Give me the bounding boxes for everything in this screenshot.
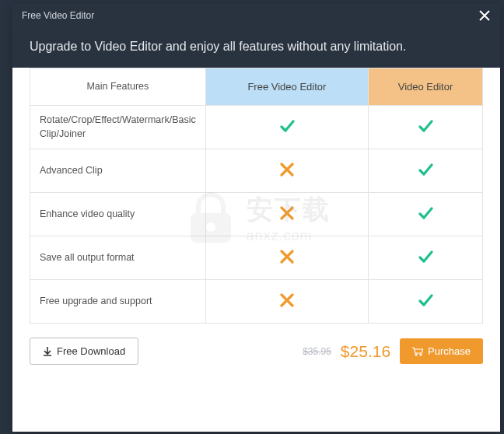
table-row: Enhance video quality <box>30 193 483 236</box>
table-row: Free upgrade and support <box>30 280 483 324</box>
purchase-label: Purchase <box>428 345 471 357</box>
new-price: $25.16 <box>341 342 390 361</box>
feature-yes <box>369 106 483 149</box>
check-icon <box>418 205 433 221</box>
header-subtitle: Upgrade to Video Editor and enjoy all fe… <box>30 40 406 53</box>
feature-no <box>205 149 368 193</box>
feature-table: Main Features Free Video Editor Video Ed… <box>30 68 483 324</box>
table-row: Advanced Clip <box>30 149 483 193</box>
feature-label: Save all output format <box>30 236 206 280</box>
cart-icon <box>412 347 423 356</box>
feature-yes <box>369 236 483 280</box>
cross-icon <box>280 163 294 177</box>
close-icon <box>479 10 490 21</box>
price-box: $35.95 $25.16 Purchase <box>303 338 483 364</box>
table-row: Rotate/Crop/Effect/Watermark/Basic Clip/… <box>30 106 483 149</box>
close-button[interactable] <box>477 8 492 23</box>
feature-yes <box>369 280 483 324</box>
modal-header: Upgrade to Video Editor and enjoy all fe… <box>12 27 500 68</box>
col-features: Main Features <box>30 68 206 106</box>
check-icon <box>418 162 433 177</box>
feature-label: Advanced Clip <box>30 149 206 193</box>
upgrade-modal: Free Video Editor Upgrade to Video Edito… <box>12 4 500 432</box>
download-icon <box>43 347 52 356</box>
check-icon <box>279 118 295 134</box>
modal-footer: Free Download $35.95 $25.16 Purchase <box>12 324 500 377</box>
cross-icon <box>280 206 294 220</box>
feature-yes <box>369 193 483 236</box>
titlebar: Free Video Editor <box>12 4 500 27</box>
purchase-button[interactable]: Purchase <box>400 338 483 364</box>
cross-icon <box>280 293 294 307</box>
feature-label: Free upgrade and support <box>30 280 206 324</box>
cross-icon <box>280 250 294 264</box>
table-row: Save all output format <box>30 236 483 280</box>
feature-rows: Rotate/Crop/Effect/Watermark/Basic Clip/… <box>30 106 483 324</box>
feature-label: Rotate/Crop/Effect/Watermark/Basic Clip/… <box>30 106 206 149</box>
feature-label: Enhance video quality <box>30 193 206 236</box>
free-download-button[interactable]: Free Download <box>30 338 138 365</box>
col-free: Free Video Editor <box>205 68 368 106</box>
window-title: Free Video Editor <box>22 10 94 21</box>
feature-no <box>205 236 368 280</box>
feature-yes <box>205 106 368 149</box>
check-icon <box>418 249 433 264</box>
old-price: $35.95 <box>303 346 331 357</box>
comparison-content: Main Features Free Video Editor Video Ed… <box>12 68 500 324</box>
col-paid: Video Editor <box>369 68 483 106</box>
feature-no <box>205 280 368 324</box>
feature-no <box>205 193 368 236</box>
download-label: Free Download <box>57 345 125 357</box>
feature-yes <box>369 149 483 193</box>
check-icon <box>418 118 433 134</box>
check-icon <box>418 292 433 308</box>
